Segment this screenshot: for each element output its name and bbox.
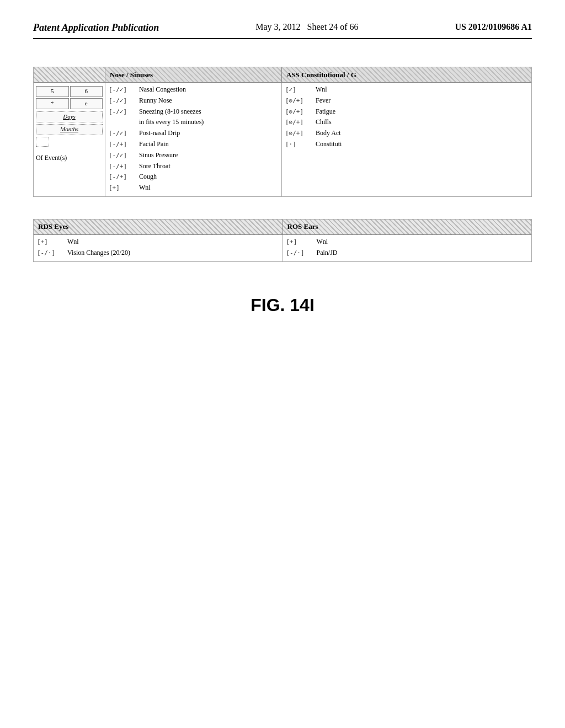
months-box: Months — [36, 124, 103, 135]
list-item: [-/✓] Nasal Congestion — [109, 85, 278, 94]
list-item: [-/✓] Sneezing (8-10 sneezes — [109, 107, 278, 116]
nose-sinuses-panel: Nose / Sinuses ASS Constitutional / G 5 … — [33, 67, 532, 197]
figure-caption: FIG. 14I — [33, 295, 532, 315]
page-header: Patent Application Publication May 3, 20… — [33, 22, 532, 39]
list-item: [-/✓] Runny Nose — [109, 96, 278, 105]
list-item: [+] Wnl — [37, 237, 279, 247]
publication-date: May 3, 2012 Sheet 24 of 66 — [255, 22, 358, 32]
date-grid: 5 6 * e — [36, 86, 103, 109]
left-sidebar: 5 6 * e Days Months Of Event(s) — [34, 83, 105, 196]
months-label: Months — [39, 126, 100, 132]
list-item: [-/✓] Post-nasal Drip — [109, 129, 278, 138]
list-item: [⊘/+] Chills — [285, 117, 528, 127]
nose-sinuses-header: Nose / Sinuses — [105, 67, 282, 82]
page: Patent Application Publication May 3, 20… — [0, 0, 565, 728]
eyes-col: [+] Wnl [-/·] Vision Changes (20/20) — [34, 235, 283, 261]
rds-eyes-header: RDS Eyes — [34, 220, 283, 234]
date-box-4: e — [70, 98, 103, 109]
main-content: Nose / Sinuses ASS Constitutional / G 5 … — [33, 56, 532, 326]
date-box-1: 5 — [36, 86, 69, 97]
list-item: [-/·] Pain/JD — [286, 248, 529, 258]
list-item: [⊘/+] Body Act — [285, 129, 528, 138]
list-item: [-/+] Sore Throat — [109, 162, 278, 171]
list-item: [-/+] Cough — [109, 172, 278, 181]
list-item: in fits every 15 minutes) — [109, 117, 278, 127]
days-label: Days — [39, 113, 100, 120]
list-item: [+] Wnl — [286, 237, 529, 247]
list-item: [-/✓] Sinus Pressure — [109, 151, 278, 160]
list-item: [-/·] Vision Changes (20/20) — [37, 248, 279, 258]
of-events: Of Event(s) — [36, 154, 103, 162]
panel-header-row: Nose / Sinuses ASS Constitutional / G — [34, 67, 531, 83]
list-item: [+] Wnl — [109, 183, 278, 192]
nose-symptoms-col: [-/✓] Nasal Congestion [-/✓] Runny Nose … — [105, 83, 282, 196]
publication-number: US 2012/0109686 A1 — [455, 22, 532, 32]
list-item: [✓] Wnl — [285, 85, 528, 94]
date-box-2: 6 — [70, 86, 103, 97]
ass-constitutional-header: ASS Constitutional / G — [282, 67, 531, 82]
date-box-3: * — [36, 98, 69, 109]
panel-body: 5 6 * e Days Months Of Event(s) — [34, 83, 531, 196]
publication-title: Patent Application Publication — [33, 22, 159, 34]
ros-ears-header: ROS Ears — [283, 220, 532, 234]
ears-col: [+] Wnl [-/·] Pain/JD — [283, 235, 532, 261]
rds-header-row: RDS Eyes ROS Ears — [34, 220, 531, 235]
list-item: [·] Constituti — [285, 140, 528, 149]
rds-body: [+] Wnl [-/·] Vision Changes (20/20) [+]… — [34, 235, 531, 261]
list-item: [-/+] Facial Pain — [109, 140, 278, 149]
ass-symptoms-col: [✓] Wnl [⊘/+] Fever [⊘/+] Fatigue [⊘/+] … — [282, 83, 531, 196]
small-box — [36, 137, 49, 147]
list-item: [⊘/+] Fever — [285, 96, 528, 105]
list-item: [⊘/+] Fatigue — [285, 107, 528, 116]
days-box: Days — [36, 111, 103, 122]
rds-panel: RDS Eyes ROS Ears [+] Wnl [-/·] Vision C… — [33, 219, 532, 262]
